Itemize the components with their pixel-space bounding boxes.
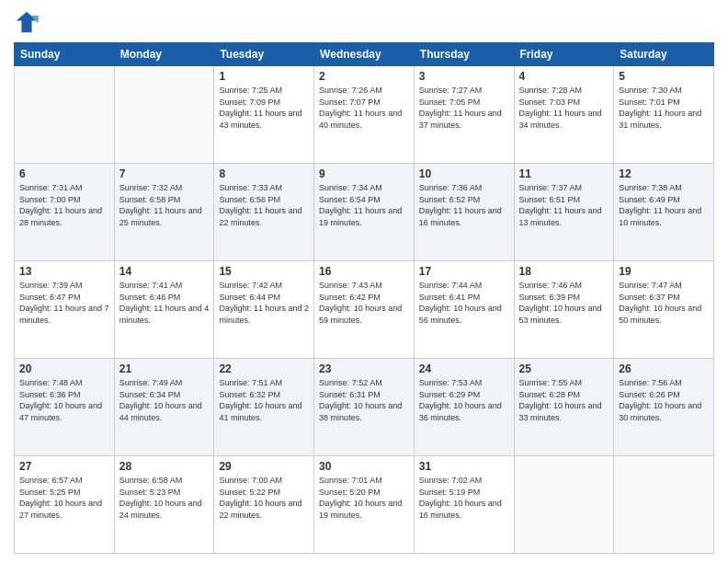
day-number: 28: [119, 460, 210, 473]
day-number: 20: [19, 362, 109, 375]
day-number: 11: [519, 167, 609, 180]
day-number: 18: [519, 265, 609, 278]
day-number: 17: [419, 265, 509, 278]
calendar-cell: 27Sunrise: 6:57 AM Sunset: 5:25 PM Dayli…: [15, 456, 115, 554]
weekday-header: Monday: [114, 43, 214, 66]
weekday-header: Saturday: [614, 43, 714, 66]
day-info: Sunrise: 7:51 AM Sunset: 6:32 PM Dayligh…: [219, 377, 309, 423]
calendar-cell: 3Sunrise: 7:27 AM Sunset: 7:05 PM Daylig…: [414, 66, 514, 164]
weekday-header: Thursday: [414, 43, 514, 66]
weekday-header: Friday: [514, 43, 614, 66]
day-number: 2: [319, 70, 409, 83]
calendar-cell: 30Sunrise: 7:01 AM Sunset: 5:20 PM Dayli…: [314, 456, 415, 554]
day-number: 6: [19, 167, 109, 180]
day-number: 5: [619, 70, 709, 83]
day-info: Sunrise: 7:26 AM Sunset: 7:07 PM Dayligh…: [319, 85, 409, 131]
calendar-cell: 5Sunrise: 7:30 AM Sunset: 7:01 PM Daylig…: [614, 66, 714, 164]
day-number: 19: [619, 265, 709, 278]
day-number: 14: [119, 265, 210, 278]
calendar-cell: 21Sunrise: 7:49 AM Sunset: 6:34 PM Dayli…: [114, 359, 214, 456]
day-number: 21: [119, 362, 210, 375]
day-number: 4: [519, 70, 609, 83]
day-info: Sunrise: 7:31 AM Sunset: 7:00 PM Dayligh…: [19, 182, 109, 228]
day-info: Sunrise: 7:52 AM Sunset: 6:31 PM Dayligh…: [319, 377, 409, 423]
day-info: Sunrise: 7:43 AM Sunset: 6:42 PM Dayligh…: [319, 280, 409, 326]
calendar-cell: 8Sunrise: 7:33 AM Sunset: 6:56 PM Daylig…: [214, 164, 314, 261]
calendar-cell: 20Sunrise: 7:48 AM Sunset: 6:36 PM Dayli…: [15, 359, 115, 456]
day-info: Sunrise: 7:47 AM Sunset: 6:37 PM Dayligh…: [619, 280, 709, 326]
day-number: 1: [219, 70, 309, 83]
day-info: Sunrise: 7:25 AM Sunset: 7:09 PM Dayligh…: [219, 85, 309, 131]
day-number: 31: [419, 460, 509, 473]
day-info: Sunrise: 7:02 AM Sunset: 5:19 PM Dayligh…: [419, 475, 509, 521]
day-info: Sunrise: 6:58 AM Sunset: 5:23 PM Dayligh…: [119, 475, 210, 521]
day-number: 15: [219, 265, 309, 278]
day-info: Sunrise: 7:28 AM Sunset: 7:03 PM Dayligh…: [519, 85, 609, 131]
day-number: 8: [219, 167, 309, 180]
logo-icon: [14, 9, 40, 35]
day-info: Sunrise: 7:42 AM Sunset: 6:44 PM Dayligh…: [219, 280, 309, 326]
day-number: 22: [219, 362, 309, 375]
day-info: Sunrise: 7:44 AM Sunset: 6:41 PM Dayligh…: [419, 280, 509, 326]
day-number: 3: [419, 70, 509, 83]
calendar-cell: 26Sunrise: 7:56 AM Sunset: 6:26 PM Dayli…: [614, 359, 714, 456]
day-number: 10: [419, 167, 509, 180]
calendar-cell: 13Sunrise: 7:39 AM Sunset: 6:47 PM Dayli…: [15, 261, 115, 359]
calendar-cell: 31Sunrise: 7:02 AM Sunset: 5:19 PM Dayli…: [414, 456, 514, 554]
day-info: Sunrise: 7:01 AM Sunset: 5:20 PM Dayligh…: [319, 475, 409, 521]
calendar-cell: 19Sunrise: 7:47 AM Sunset: 6:37 PM Dayli…: [614, 261, 714, 359]
svg-marker-0: [17, 12, 37, 32]
calendar-table: SundayMondayTuesdayWednesdayThursdayFrid…: [14, 42, 714, 554]
day-info: Sunrise: 7:32 AM Sunset: 6:58 PM Dayligh…: [119, 182, 210, 228]
day-info: Sunrise: 7:30 AM Sunset: 7:01 PM Dayligh…: [619, 85, 709, 131]
weekday-header: Sunday: [15, 43, 115, 66]
calendar-cell: 18Sunrise: 7:46 AM Sunset: 6:39 PM Dayli…: [514, 261, 614, 359]
calendar-cell: 1Sunrise: 7:25 AM Sunset: 7:09 PM Daylig…: [214, 66, 314, 164]
calendar-cell: 28Sunrise: 6:58 AM Sunset: 5:23 PM Dayli…: [114, 456, 214, 554]
calendar-cell: 23Sunrise: 7:52 AM Sunset: 6:31 PM Dayli…: [314, 359, 415, 456]
day-info: Sunrise: 7:56 AM Sunset: 6:26 PM Dayligh…: [619, 377, 709, 423]
calendar-cell: [114, 66, 214, 164]
day-info: Sunrise: 7:49 AM Sunset: 6:34 PM Dayligh…: [119, 377, 210, 423]
day-info: Sunrise: 7:48 AM Sunset: 6:36 PM Dayligh…: [19, 377, 109, 423]
day-info: Sunrise: 7:53 AM Sunset: 6:29 PM Dayligh…: [419, 377, 509, 423]
day-number: 13: [19, 265, 109, 278]
day-info: Sunrise: 6:57 AM Sunset: 5:25 PM Dayligh…: [19, 475, 109, 521]
calendar-cell: 11Sunrise: 7:37 AM Sunset: 6:51 PM Dayli…: [514, 164, 614, 261]
day-info: Sunrise: 7:36 AM Sunset: 6:52 PM Dayligh…: [419, 182, 509, 228]
calendar-cell: 10Sunrise: 7:36 AM Sunset: 6:52 PM Dayli…: [414, 164, 514, 261]
calendar-cell: 4Sunrise: 7:28 AM Sunset: 7:03 PM Daylig…: [514, 66, 614, 164]
calendar-cell: 2Sunrise: 7:26 AM Sunset: 7:07 PM Daylig…: [314, 66, 415, 164]
calendar-cell: 17Sunrise: 7:44 AM Sunset: 6:41 PM Dayli…: [414, 261, 514, 359]
day-info: Sunrise: 7:00 AM Sunset: 5:22 PM Dayligh…: [219, 475, 309, 521]
day-info: Sunrise: 7:55 AM Sunset: 6:28 PM Dayligh…: [519, 377, 609, 423]
calendar-cell: 9Sunrise: 7:34 AM Sunset: 6:54 PM Daylig…: [314, 164, 415, 261]
calendar-cell: 29Sunrise: 7:00 AM Sunset: 5:22 PM Dayli…: [214, 456, 314, 554]
calendar-cell: 16Sunrise: 7:43 AM Sunset: 6:42 PM Dayli…: [314, 261, 415, 359]
page: SundayMondayTuesdayWednesdayThursdayFrid…: [0, 0, 728, 563]
day-number: 27: [19, 460, 109, 473]
day-number: 24: [419, 362, 509, 375]
calendar-cell: 25Sunrise: 7:55 AM Sunset: 6:28 PM Dayli…: [514, 359, 614, 456]
calendar-cell: 6Sunrise: 7:31 AM Sunset: 7:00 PM Daylig…: [15, 164, 115, 261]
calendar-cell: [514, 456, 614, 554]
day-number: 9: [319, 167, 409, 180]
day-info: Sunrise: 7:34 AM Sunset: 6:54 PM Dayligh…: [319, 182, 409, 228]
calendar-cell: 12Sunrise: 7:38 AM Sunset: 6:49 PM Dayli…: [614, 164, 714, 261]
day-number: 29: [219, 460, 309, 473]
day-number: 30: [319, 460, 409, 473]
calendar-cell: [15, 66, 115, 164]
weekday-header: Tuesday: [214, 43, 314, 66]
day-info: Sunrise: 7:37 AM Sunset: 6:51 PM Dayligh…: [519, 182, 609, 228]
day-number: 25: [519, 362, 609, 375]
day-number: 23: [319, 362, 409, 375]
day-info: Sunrise: 7:46 AM Sunset: 6:39 PM Dayligh…: [519, 280, 609, 326]
logo: [14, 9, 43, 35]
calendar-cell: [614, 456, 714, 554]
weekday-header: Wednesday: [314, 43, 415, 66]
day-number: 12: [619, 167, 709, 180]
day-info: Sunrise: 7:27 AM Sunset: 7:05 PM Dayligh…: [419, 85, 509, 131]
calendar-cell: 24Sunrise: 7:53 AM Sunset: 6:29 PM Dayli…: [414, 359, 514, 456]
header: [14, 9, 714, 35]
day-info: Sunrise: 7:41 AM Sunset: 6:46 PM Dayligh…: [119, 280, 210, 326]
